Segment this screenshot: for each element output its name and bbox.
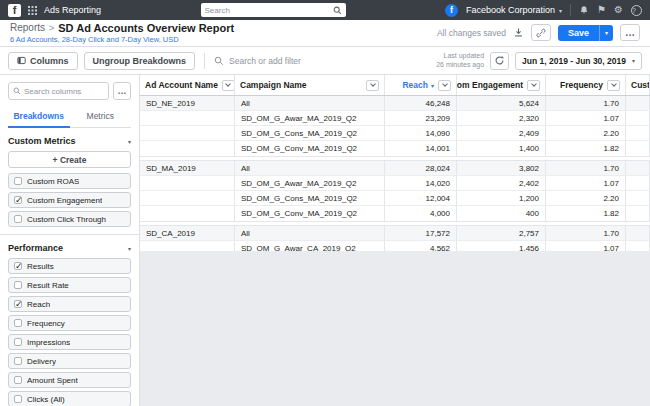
last-updated-status: Last updated 26 minutes ago <box>436 52 484 69</box>
create-metric-button[interactable]: + Create <box>8 151 131 168</box>
chevron-down-icon: ▾ <box>632 57 635 64</box>
section-header-performance[interactable]: Performance▾ <box>8 243 131 253</box>
columns-button-label: Columns <box>30 56 69 66</box>
column-header-frequency[interactable]: Frequency <box>546 75 626 95</box>
metric-item-delivery[interactable]: Delivery <box>8 353 131 369</box>
metric-item-result-rate[interactable]: Result Rate <box>8 277 131 293</box>
caret-down-icon: ▾ <box>128 138 131 145</box>
filter-input[interactable] <box>229 56 430 66</box>
metric-item-frequency[interactable]: Frequency <box>8 315 131 331</box>
campaign-cell: SD_OM_G_Awar_MA_2019_Q2 <box>235 111 385 125</box>
breadcrumb-separator-icon: > <box>49 23 54 33</box>
column-menu-button[interactable] <box>438 80 451 91</box>
custom-en-cell <box>626 96 650 110</box>
top-nav-right: f Facebook Corporation ▾ ⚑ ⚙ ? <box>445 4 642 17</box>
metric-item-clicks-all[interactable]: Clicks (All) <box>8 391 131 406</box>
metric-item-impressions[interactable]: Impressions <box>8 334 131 350</box>
search-columns-input[interactable] <box>24 87 104 96</box>
metric-item-custom-click-through[interactable]: Custom Click Through <box>8 211 131 227</box>
save-button[interactable]: Save <box>558 25 599 41</box>
apps-grid-icon[interactable] <box>28 6 37 15</box>
frequency-cell: 1.07 <box>546 241 626 251</box>
divider <box>570 4 571 16</box>
page-title: SD Ad Accounts Overview Report <box>58 22 234 34</box>
main-content: … BreakdownsMetrics Custom Metrics▾+ Cre… <box>0 75 650 406</box>
metric-label: Result Rate <box>27 281 69 290</box>
share-link-icon[interactable] <box>531 24 551 41</box>
column-header-custom-en[interactable]: Custom En <box>626 75 650 95</box>
column-menu-button[interactable] <box>607 80 620 91</box>
account-avatar[interactable]: f <box>445 4 458 17</box>
account-name: Facebook Corporation <box>466 5 555 15</box>
sidebar-search[interactable] <box>8 82 109 100</box>
metric-item-results[interactable]: ✓Results <box>8 258 131 274</box>
metric-label: Frequency <box>27 319 65 328</box>
app-title: Ads Reporting <box>44 5 101 15</box>
checkbox-unchecked-icon[interactable] <box>14 357 22 365</box>
column-header-custom-engagement[interactable]: Custom Engagement <box>457 75 546 95</box>
columns-button[interactable]: Columns <box>8 52 78 70</box>
metric-label: Delivery <box>27 357 56 366</box>
flag-icon[interactable]: ⚑ <box>597 5 606 15</box>
metric-label: Custom ROAS <box>27 177 79 186</box>
checkbox-unchecked-icon[interactable] <box>14 177 22 185</box>
metric-item-amount-spent[interactable]: Amount Spent <box>8 372 131 388</box>
custom-en-cell <box>626 126 650 140</box>
global-search-input[interactable] <box>205 6 333 15</box>
section-header-custom-metrics[interactable]: Custom Metrics▾ <box>8 136 131 146</box>
metric-label: Clicks (All) <box>27 395 65 404</box>
settings-gear-icon[interactable]: ⚙ <box>614 5 623 15</box>
sidebar-more-button[interactable]: … <box>113 82 131 100</box>
checkbox-checked-icon[interactable]: ✓ <box>14 262 22 270</box>
checkbox-unchecked-icon[interactable] <box>14 281 22 289</box>
refresh-button[interactable] <box>490 52 509 70</box>
custom-en-cell <box>626 141 650 156</box>
notifications-bell-icon[interactable] <box>579 5 589 15</box>
more-options-button[interactable]: … <box>620 24 640 41</box>
ad-account-cell <box>140 141 235 156</box>
tab-metrics[interactable]: Metrics <box>70 107 132 127</box>
checkbox-unchecked-icon[interactable] <box>14 215 22 223</box>
saved-status: All changes saved <box>437 28 506 38</box>
campaign-cell: SD_OM_G_Conv_MA_2019_Q2 <box>235 206 385 221</box>
reach-cell: 14,001 <box>385 141 457 156</box>
report-header-actions: All changes saved Save ▾ … <box>437 24 640 41</box>
reach-cell: 46,248 <box>385 96 457 110</box>
account-menu[interactable]: Facebook Corporation ▾ <box>466 5 562 15</box>
save-options-caret[interactable]: ▾ <box>599 25 613 41</box>
global-search[interactable] <box>201 3 346 17</box>
column-menu-button[interactable] <box>366 80 379 91</box>
chevron-down-icon <box>226 81 232 87</box>
custom-engagement-cell: 3,802 <box>457 161 546 175</box>
date-range-button[interactable]: Jun 1, 2019 - Jun 30, 2019 ▾ <box>515 52 642 70</box>
metric-item-custom-roas[interactable]: Custom ROAS <box>8 173 131 189</box>
download-icon[interactable] <box>513 27 524 38</box>
column-header-ad-account-name[interactable]: Ad Account Name <box>140 75 235 95</box>
column-menu-button[interactable] <box>527 80 540 91</box>
checkbox-unchecked-icon[interactable] <box>14 376 22 384</box>
tab-breakdowns[interactable]: Breakdowns <box>8 107 70 128</box>
column-menu-button[interactable] <box>222 80 235 91</box>
campaign-row: SD_OM_G_Cons_MA_2019_Q212,0041,2002.20 <box>140 191 650 206</box>
filter-bar[interactable] <box>214 56 430 66</box>
metric-item-custom-engagement[interactable]: ✓Custom Engagement <box>8 192 131 208</box>
chevron-down-icon <box>370 81 376 87</box>
column-header-campaign-name[interactable]: Campaign Name <box>235 75 385 95</box>
checkbox-unchecked-icon[interactable] <box>14 319 22 327</box>
checkbox-checked-icon[interactable]: ✓ <box>14 300 22 308</box>
facebook-logo-icon[interactable]: f <box>8 4 21 17</box>
account-summary-row: SD_NE_2019All46,2485,6241.70 <box>140 96 650 111</box>
checkbox-checked-icon[interactable]: ✓ <box>14 196 22 204</box>
breadcrumb-reports-link[interactable]: Reports <box>10 22 45 33</box>
metric-item-reach[interactable]: ✓Reach <box>8 296 131 312</box>
account-summary-row: SD_MA_2019All28,0243,8021.70 <box>140 161 650 176</box>
report-subtitle-link[interactable]: 6 Ad Accounts, 28-Day Click and 7-Day Vi… <box>10 35 234 44</box>
campaign-cell: SD_OM_G_Cons_MA_2019_Q2 <box>235 126 385 140</box>
ungroup-breakdowns-button[interactable]: Ungroup Breakdowns <box>84 52 196 70</box>
column-header-reach[interactable]: Reach▾ <box>385 75 457 95</box>
checkbox-unchecked-icon[interactable] <box>14 395 22 403</box>
columns-icon <box>17 56 26 65</box>
checkbox-unchecked-icon[interactable] <box>14 338 22 346</box>
table-header-row: Ad Account NameCampaign NameReach▾Custom… <box>140 75 650 96</box>
help-icon[interactable]: ? <box>631 5 642 16</box>
